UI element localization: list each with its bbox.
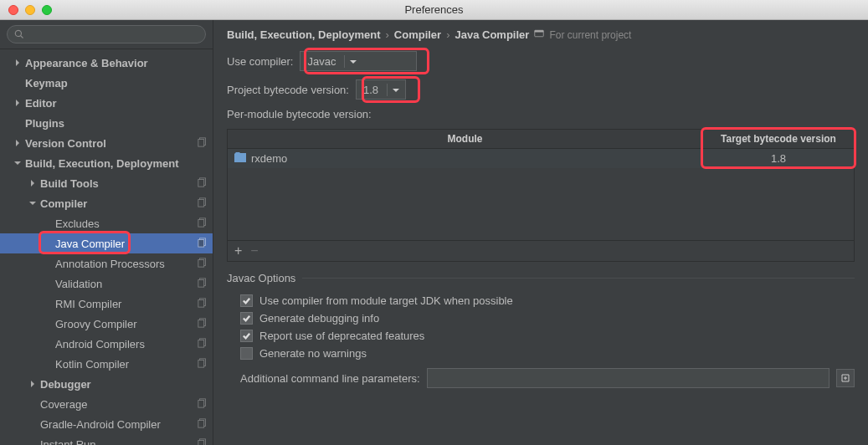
sidebar-item-android-compilers[interactable]: Android Compilers bbox=[0, 334, 213, 354]
minimize-window-button[interactable] bbox=[25, 5, 35, 15]
module-bytecode-table: Module Target bytecode version rxdemo1.8… bbox=[227, 129, 855, 262]
sidebar-item-build-tools[interactable]: Build Tools bbox=[0, 173, 213, 193]
sidebar-item-label: Kotlin Compiler bbox=[55, 358, 198, 371]
generate-debug-checkbox[interactable]: Generate debugging info bbox=[240, 312, 855, 325]
use-compiler-dropdown[interactable]: Javac bbox=[300, 51, 417, 71]
sidebar-item-compiler[interactable]: Compiler bbox=[0, 193, 213, 213]
project-bytecode-value: 1.8 bbox=[363, 84, 378, 96]
project-bytecode-label: Project bytecode version: bbox=[227, 84, 349, 96]
sidebar-item-label: Keymap bbox=[25, 77, 208, 90]
sidebar-item-label: Excludes bbox=[55, 217, 198, 230]
sidebar-item-label: Instant Run bbox=[40, 438, 198, 446]
remove-module-button[interactable]: − bbox=[250, 244, 258, 258]
chevron-down-icon bbox=[344, 55, 357, 68]
sidebar-item-debugger[interactable]: Debugger bbox=[0, 374, 213, 394]
project-scope-icon bbox=[534, 28, 544, 41]
sidebar-item-label: Coverage bbox=[40, 398, 198, 411]
sidebar-item-label: Validation bbox=[55, 278, 198, 290]
chevron-down-icon bbox=[27, 200, 39, 207]
sidebar-item-coverage[interactable]: Coverage bbox=[0, 394, 213, 414]
module-name: rxdemo bbox=[251, 152, 287, 165]
sidebar-item-label: Build Tools bbox=[40, 177, 198, 190]
sidebar-item-instant-run[interactable]: Instant Run bbox=[0, 434, 213, 445]
chevron-down-icon bbox=[387, 84, 399, 96]
breadcrumb-segment: Java Compiler bbox=[455, 28, 530, 41]
project-scope-icon bbox=[198, 298, 208, 310]
per-module-label: Per-module bytecode version: bbox=[227, 108, 372, 120]
search-input[interactable] bbox=[7, 25, 206, 43]
report-deprecation-checkbox[interactable]: Report use of deprecated features bbox=[240, 330, 855, 342]
svg-rect-17 bbox=[198, 320, 204, 327]
sidebar-item-groovy-compiler[interactable]: Groovy Compiler bbox=[0, 314, 213, 334]
svg-rect-27 bbox=[198, 440, 204, 445]
project-scope-icon bbox=[198, 278, 208, 290]
sidebar-item-rmi-compiler[interactable]: RMI Compiler bbox=[0, 294, 213, 314]
project-scope-icon bbox=[198, 238, 208, 250]
project-scope-icon bbox=[198, 217, 208, 230]
use-module-jdk-checkbox[interactable]: Use compiler from module target JDK when… bbox=[240, 294, 855, 307]
project-scope-icon bbox=[198, 197, 208, 210]
sidebar-item-build-execution-deployment[interactable]: Build, Execution, Deployment bbox=[0, 153, 213, 173]
project-scope-icon bbox=[198, 398, 208, 411]
additional-params-input[interactable] bbox=[427, 368, 829, 388]
preferences-tree[interactable]: Appearance & BehaviorKeymapEditorPlugins… bbox=[0, 49, 213, 445]
column-header-target[interactable]: Target bytecode version bbox=[703, 130, 854, 148]
sidebar-item-gradle-android-compiler[interactable]: Gradle-Android Compiler bbox=[0, 414, 213, 434]
svg-rect-13 bbox=[198, 279, 204, 287]
project-scope-icon bbox=[198, 418, 208, 431]
breadcrumb-separator: › bbox=[446, 28, 449, 41]
sidebar-item-annotation-processors[interactable]: Annotation Processors bbox=[0, 253, 213, 274]
sidebar-item-plugins[interactable]: Plugins bbox=[0, 113, 213, 133]
sidebar-item-label: Build, Execution, Deployment bbox=[25, 157, 208, 170]
sidebar-item-excludes[interactable]: Excludes bbox=[0, 213, 213, 233]
window-title: Preferences bbox=[404, 3, 463, 16]
sidebar-item-version-control[interactable]: Version Control bbox=[0, 133, 213, 153]
search-icon bbox=[14, 29, 24, 39]
no-warnings-checkbox[interactable]: Generate no warnings bbox=[240, 347, 855, 360]
breadcrumb-separator: › bbox=[385, 28, 388, 41]
sidebar-item-label: Android Compilers bbox=[55, 338, 198, 350]
svg-rect-7 bbox=[198, 219, 204, 227]
sidebar-item-label: Plugins bbox=[25, 117, 208, 130]
chevron-down-icon bbox=[12, 160, 23, 166]
column-header-module[interactable]: Module bbox=[228, 130, 703, 148]
zoom-window-button[interactable] bbox=[42, 5, 52, 15]
breadcrumb-segment[interactable]: Compiler bbox=[394, 28, 441, 41]
project-scope-icon bbox=[198, 318, 208, 330]
javac-options-group: Javac Options Use compiler from module t… bbox=[227, 272, 855, 388]
project-scope-icon bbox=[198, 358, 208, 371]
main-panel: Build, Execution, Deployment › Compiler … bbox=[213, 20, 868, 445]
add-module-button[interactable]: + bbox=[234, 244, 242, 258]
breadcrumb-segment[interactable]: Build, Execution, Deployment bbox=[227, 28, 380, 41]
chevron-right-icon bbox=[27, 381, 39, 387]
sidebar-item-label: Gradle-Android Compiler bbox=[40, 418, 198, 431]
window-titlebar: Preferences bbox=[0, 0, 868, 20]
sidebar-item-validation[interactable]: Validation bbox=[0, 274, 213, 294]
chevron-right-icon bbox=[12, 140, 23, 146]
sidebar-item-kotlin-compiler[interactable]: Kotlin Compiler bbox=[0, 354, 213, 374]
svg-rect-1 bbox=[198, 139, 204, 146]
preferences-sidebar: Appearance & BehaviorKeymapEditorPlugins… bbox=[0, 20, 213, 445]
close-window-button[interactable] bbox=[8, 5, 18, 15]
sidebar-item-label: Appearance & Behavior bbox=[25, 57, 208, 69]
table-row[interactable]: rxdemo1.8 bbox=[228, 149, 854, 168]
use-compiler-value: Javac bbox=[307, 55, 336, 68]
chevron-right-icon bbox=[12, 59, 23, 66]
svg-rect-15 bbox=[198, 299, 204, 307]
project-scope-icon bbox=[198, 177, 208, 190]
project-scope-icon bbox=[198, 258, 208, 270]
sidebar-item-appearance-behavior[interactable]: Appearance & Behavior bbox=[0, 53, 213, 73]
target-bytecode-cell[interactable]: 1.8 bbox=[703, 149, 854, 168]
svg-rect-21 bbox=[198, 360, 204, 367]
sidebar-item-label: Compiler bbox=[40, 197, 198, 210]
sidebar-item-label: Editor bbox=[25, 97, 208, 110]
sidebar-item-editor[interactable]: Editor bbox=[0, 93, 213, 113]
sidebar-item-label: Version Control bbox=[25, 137, 198, 150]
project-bytecode-dropdown[interactable]: 1.8 bbox=[356, 79, 406, 100]
sidebar-item-java-compiler[interactable]: Java Compiler bbox=[0, 233, 213, 253]
svg-rect-25 bbox=[198, 420, 204, 427]
sidebar-item-label: Debugger bbox=[40, 378, 208, 391]
svg-rect-5 bbox=[198, 199, 204, 207]
sidebar-item-keymap[interactable]: Keymap bbox=[0, 73, 213, 93]
expand-params-button[interactable] bbox=[836, 369, 855, 387]
